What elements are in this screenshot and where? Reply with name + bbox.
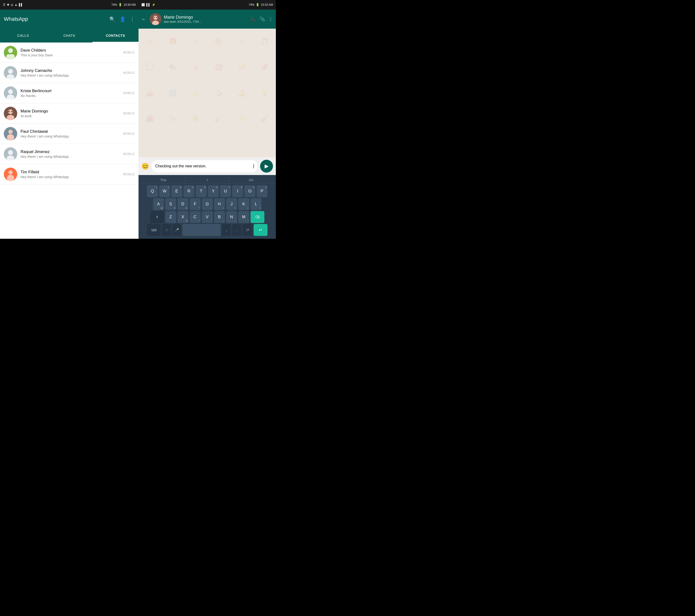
contact-type-marie-domingo: MOBILE (123, 112, 135, 115)
add-contact-icon[interactable]: 👤 (120, 16, 125, 22)
send-button[interactable]: ▶ (260, 160, 273, 173)
key-e[interactable]: 3E (171, 185, 182, 197)
key-z[interactable]: -Z (165, 211, 176, 223)
key-period[interactable]: . (232, 224, 241, 236)
chat-menu-icon[interactable]: ⋮ (269, 16, 273, 22)
chat-input-box[interactable]: Checking out the new version. (151, 160, 258, 172)
key-b[interactable]: :B (214, 211, 225, 223)
key-a[interactable]: @A (153, 198, 164, 210)
tab-bar: CALLS CHATS CONTACTS (0, 29, 138, 42)
key-u[interactable]: 7U (220, 185, 231, 197)
contact-status-raquel-jimenez: Hey there! I am using WhatsApp. (20, 155, 123, 158)
key-d[interactable]: &D (177, 198, 188, 210)
contact-type-johnny-camacho: MOBILE (123, 71, 135, 74)
time-right: 10:32 AM (261, 3, 273, 6)
key-123[interactable]: 123 (147, 224, 161, 236)
contact-name-dave-childers: Dave Childers (20, 48, 123, 53)
contact-item-marie-domingo[interactable]: Marie Domingo At work MOBILE (0, 103, 138, 124)
tab-chats[interactable]: CHATS (46, 29, 92, 42)
svg-point-19 (8, 150, 13, 155)
key-h[interactable]: +H (214, 198, 225, 210)
contact-name-johnny-camacho: Johnny Camacho (20, 68, 123, 73)
key-comma[interactable]: , (222, 224, 231, 236)
key-l[interactable]: )L (251, 198, 261, 210)
key-enter[interactable]: ↵ (254, 224, 268, 236)
contact-item-krista-berlincourt[interactable]: Krista Berlincourt No thanks. MOBILE (0, 83, 138, 103)
contacts-list: Dave Childers This is your boy Dave MOBI… (0, 42, 138, 239)
key-q[interactable]: 1Q (147, 185, 158, 197)
avatar-marie-domingo-list (4, 107, 17, 120)
chat-input-text[interactable]: Checking out the new version. (155, 164, 253, 168)
key-p[interactable]: 0P (256, 185, 268, 197)
paperclip-icon[interactable]: 📎 (260, 16, 265, 22)
key-x[interactable]: $X (177, 211, 188, 223)
key-j[interactable]: =J (226, 198, 237, 210)
svg-point-1 (8, 48, 13, 53)
key-o[interactable]: 9O (244, 185, 255, 197)
right-panel: ⬜ ▌▌ ⚡ 74% 🔋 10:32 AM ← Marie Domingo la… (138, 0, 276, 239)
svg-point-27 (154, 17, 155, 18)
contact-name-tim-fifield: Tim Fifield (20, 170, 123, 174)
tab-contacts[interactable]: CONTACTS (92, 29, 138, 42)
contact-name-raquel-jimenez: Raquel Jimenez (20, 150, 123, 154)
key-m[interactable]: /M (238, 211, 249, 223)
contact-item-tim-fifield[interactable]: Tim Fifield Hey there! I am using WhatsA… (0, 164, 138, 185)
contact-info-raquel-jimenez: Raquel Jimenez Hey there! I am using Wha… (20, 150, 123, 158)
key-s[interactable]: #S (165, 198, 176, 210)
phone-icon[interactable]: 📞 (251, 16, 256, 22)
screenshot-icon: ⬜ (141, 3, 145, 6)
key-space[interactable] (183, 224, 221, 236)
bluetooth-icon: ✱ (7, 3, 9, 6)
key-mic[interactable]: 🎤 (172, 224, 181, 236)
status-time-right: 74% 🔋 10:32 AM (249, 3, 273, 6)
wifi-icon: ▲ (15, 3, 17, 6)
emoji-button[interactable]: 😊 (141, 162, 149, 170)
app-header: WhatsApp 🔍 👤 ⋮ (0, 10, 138, 29)
time-left: 10:30 AM (123, 3, 136, 6)
key-t[interactable]: 5T (196, 185, 207, 197)
key-g[interactable]: -G (202, 198, 213, 210)
key-backspace[interactable]: ⌫ (251, 211, 265, 223)
key-punctuation[interactable]: ,!? (242, 224, 252, 236)
key-swiftkey[interactable]: 🎵 (162, 224, 171, 236)
svg-point-12 (9, 111, 10, 112)
key-row-1: 1Q 2W 3E 4R 5T 6Y 7U 8I 9O 0P (139, 185, 275, 197)
key-row-3: ⇧ -Z $X "C 'V :B ;N /M ⌫ (139, 211, 275, 223)
key-i[interactable]: 8I (232, 185, 243, 197)
back-button[interactable]: ← (141, 16, 146, 22)
key-c[interactable]: "C (190, 211, 201, 223)
key-v[interactable]: 'V (202, 211, 213, 223)
key-y[interactable]: 6Y (208, 185, 219, 197)
contact-item-dave-childers[interactable]: Dave Childers This is your boy Dave MOBI… (0, 42, 138, 63)
svg-point-15 (9, 130, 13, 134)
app-title: WhatsApp (4, 16, 28, 22)
contact-item-johnny-camacho[interactable]: Johnny Camacho Hey there! I am using Wha… (0, 63, 138, 83)
notification-icon: ☰ (3, 3, 5, 6)
key-r[interactable]: 4R (183, 185, 194, 197)
status-bar-right-left: 74% 🔋 10:30 AM (111, 3, 136, 6)
key-k[interactable]: (K (238, 198, 249, 210)
key-shift[interactable]: ⇧ (150, 211, 164, 223)
battery-percent-left: 74% (111, 3, 117, 6)
svg-point-28 (156, 17, 157, 18)
contact-info-marie-domingo: Marie Domingo At work (20, 109, 123, 118)
search-icon[interactable]: 🔍 (109, 16, 115, 22)
keyboard[interactable]: The I On 1Q 2W 3E 4R 5T 6Y 7U 8I 9O 0P (138, 175, 276, 239)
signal-icon: ▌▌ (19, 3, 23, 6)
tab-calls[interactable]: CALLS (0, 29, 46, 42)
header-icons: 🔍 👤 ⋮ (109, 16, 135, 22)
suggestion-the[interactable]: The (141, 178, 185, 182)
menu-icon[interactable]: ⋮ (130, 16, 135, 22)
suggestion-i[interactable]: I (185, 178, 229, 182)
contact-info-johnny-camacho: Johnny Camacho Hey there! I am using Wha… (20, 68, 123, 78)
contact-item-raquel-jimenez[interactable]: Raquel Jimenez Hey there! I am using Wha… (0, 144, 138, 164)
key-n[interactable]: ;N (226, 211, 237, 223)
svg-point-4 (8, 69, 13, 74)
key-row-4: 123 🎵 🎤 , . ,!? ↵ (139, 224, 275, 236)
contact-item-paul-chintawat[interactable]: Paul Chintawat Hey there! I am using Wha… (0, 124, 138, 144)
key-w[interactable]: 2W (159, 185, 170, 197)
key-f[interactable]: *F (190, 198, 201, 210)
suggestion-on[interactable]: On (229, 178, 273, 182)
contact-status-marie-domingo: At work (20, 114, 123, 118)
chat-background: 🎂🎁✂🎨✈🎵 💬🎭🌸🎯🔑📌 🎪🌀⭐🎲🔔💡 🌺🎠🍀🎸🌟🎻 (138, 29, 276, 157)
